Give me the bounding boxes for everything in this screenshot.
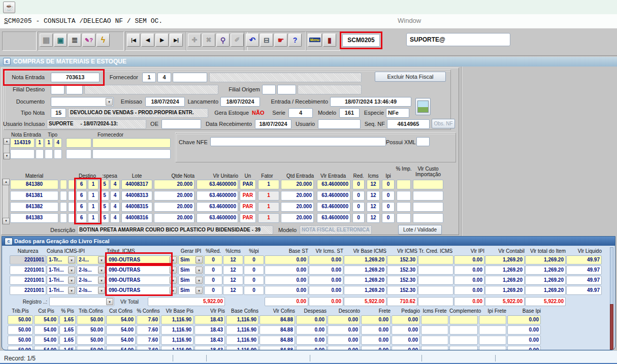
pis-cell[interactable] — [479, 336, 506, 345]
fiscal-cell[interactable] — [418, 286, 453, 295]
scroll-up-icon[interactable]: ▲ — [3, 179, 10, 185]
pis-cell[interactable]: 84.88 — [259, 325, 295, 335]
materials-cell[interactable]: 63.4600000 — [197, 213, 238, 223]
fiscal-cell[interactable]: 0.00 — [309, 276, 343, 285]
materials-cell[interactable]: 4 — [110, 202, 120, 212]
fiscal-dropdown[interactable]: 1-Tri...▼ — [47, 266, 76, 275]
fiscal-dropdown[interactable]: 1-Tri...▼ — [47, 286, 76, 295]
materials-cell[interactable] — [60, 202, 67, 212]
materials-cell[interactable]: 841383 — [10, 213, 58, 223]
chevron-down-icon[interactable]: ▼ — [98, 287, 105, 294]
fiscal-cell[interactable]: 0.00 — [454, 266, 484, 275]
pis-cell[interactable]: 0.00 — [296, 336, 327, 345]
pis-cell[interactable] — [479, 325, 506, 335]
fiscal-cell[interactable]: 2201001 — [10, 276, 46, 285]
chevron-down-icon[interactable]: ▼ — [196, 277, 203, 284]
pis-cell[interactable]: 0.00 — [328, 325, 360, 335]
fiscal-cell[interactable]: 1,269.20 — [485, 286, 525, 295]
pis-cell[interactable]: 54.00 — [34, 336, 58, 345]
materials-cell[interactable]: 0 — [382, 191, 395, 201]
pis-cell[interactable]: 50.00 — [77, 325, 105, 335]
pis-cell[interactable]: 18.43 — [194, 346, 225, 350]
chevron-down-icon[interactable]: ▼ — [98, 277, 105, 284]
fiscal-cell[interactable]: 49.97 — [566, 255, 602, 264]
pis-cell[interactable] — [449, 325, 478, 335]
fiscal-cell[interactable]: 12 — [223, 255, 243, 264]
pis-cell[interactable]: 0.00 — [361, 336, 391, 345]
fiscal-dropdown[interactable]: 2-l...▼ — [77, 255, 106, 264]
fiscal-cell[interactable]: 0.00 — [309, 286, 343, 295]
fiscal-cell[interactable]: 0.00 — [265, 276, 308, 285]
materials-cell[interactable]: 0 — [382, 180, 395, 189]
pis-cell[interactable]: 7.60 — [137, 346, 160, 350]
fiscal-cell[interactable] — [418, 266, 453, 275]
materials-cell[interactable]: PAR — [240, 180, 256, 189]
materials-cell[interactable]: PAR — [240, 202, 256, 212]
fiscal-cell[interactable]: 49.97 — [566, 266, 602, 275]
fiscal-dropdown[interactable]: Sim▼ — [178, 255, 204, 264]
materials-cell[interactable]: 20.000 — [281, 202, 314, 212]
pis-cell[interactable]: 18.43 — [194, 315, 225, 324]
fiscal-cell[interactable]: 0 — [204, 266, 222, 275]
pis-cell[interactable]: 50.00 — [8, 315, 33, 324]
pis-cell[interactable]: 1,116.90 — [161, 336, 193, 345]
materials-cell[interactable] — [397, 202, 411, 212]
chevron-down-icon[interactable]: ▼ — [98, 256, 105, 263]
materials-cell[interactable]: 841381 — [10, 191, 58, 201]
materials-cell[interactable]: 63.4600000 — [197, 191, 238, 201]
materials-cell[interactable] — [397, 191, 411, 201]
chevron-down-icon[interactable]: ▼ — [106, 298, 113, 305]
materials-cell[interactable]: 63.4600000 — [197, 180, 238, 189]
fiscal-dropdown[interactable]: 1-Tri...▼ — [47, 276, 76, 285]
chevron-down-icon[interactable]: ▼ — [196, 267, 203, 274]
pis-cell[interactable]: 1.65 — [59, 325, 76, 335]
pis-cell[interactable]: 0.00 — [392, 336, 420, 345]
pis-cell[interactable] — [421, 315, 448, 324]
materials-cell[interactable] — [60, 191, 67, 201]
materials-cell[interactable]: 841382 — [10, 202, 58, 212]
materials-cell[interactable]: 20.000 — [154, 213, 194, 223]
pis-cell[interactable]: 84.88 — [259, 346, 295, 350]
fiscal-cell[interactable]: 152.30 — [387, 286, 417, 295]
pis-cell[interactable]: 1,116.90 — [226, 336, 258, 345]
fiscal-dropdown[interactable]: 2-ls...▼ — [77, 276, 106, 285]
fiscal-cell[interactable]: 2201001 — [10, 286, 46, 295]
pis-cell[interactable]: 0.00 — [392, 325, 420, 335]
pis-cell[interactable] — [421, 325, 448, 335]
fiscal-cell[interactable]: 0 — [244, 286, 264, 295]
materials-cell[interactable]: 4 — [110, 213, 120, 223]
lote-validade-button[interactable]: Lote / Validade — [398, 225, 442, 235]
materials-cell[interactable] — [413, 213, 443, 223]
materials-cell[interactable] — [413, 191, 443, 201]
pis-cell[interactable]: 0.00 — [296, 315, 327, 324]
pis-cell[interactable] — [479, 315, 506, 324]
pis-cell[interactable]: 50.00 — [8, 336, 33, 345]
materials-cell[interactable]: 44008316 — [121, 213, 152, 223]
fiscal-cell[interactable]: 0 — [244, 266, 264, 275]
chevron-down-icon[interactable]: ▼ — [196, 287, 203, 294]
materials-cell[interactable]: 20.000 — [154, 180, 194, 189]
pis-cell[interactable]: 0.00 — [296, 346, 327, 350]
materials-cell[interactable]: 63.4600000 — [197, 202, 238, 212]
fiscal-cell[interactable]: 49.97 — [566, 286, 602, 295]
pis-cell[interactable]: 1,116.90 — [226, 315, 258, 324]
pis-cell[interactable]: 1,116.90 — [161, 315, 193, 324]
pis-cell[interactable]: 7.60 — [137, 336, 160, 345]
fiscal-cell[interactable]: 152.30 — [387, 276, 417, 285]
materials-cell[interactable]: 63.4600000 — [317, 191, 350, 201]
materials-cell[interactable]: 1 — [258, 213, 279, 223]
materials-cell[interactable] — [413, 180, 443, 189]
pis-cell[interactable]: 0.00 — [328, 315, 360, 324]
pis-cell[interactable]: 7.60 — [137, 315, 160, 324]
pis-cell[interactable]: 54.00 — [106, 346, 136, 350]
pis-cell[interactable]: 0.00 — [507, 346, 541, 350]
fiscal-cell[interactable]: 1,269.20 — [525, 255, 566, 264]
chevron-down-icon[interactable]: ▼ — [98, 267, 105, 274]
pis-cell[interactable]: 54.00 — [34, 346, 58, 350]
materials-cell[interactable] — [397, 180, 411, 189]
scroll-down-icon[interactable]: ▼ — [3, 218, 10, 224]
pis-cell[interactable]: 7.60 — [137, 325, 160, 335]
fiscal-cell[interactable]: 0.00 — [265, 266, 308, 275]
materials-cell[interactable]: 12 — [367, 191, 380, 201]
materials-cell[interactable]: 20.000 — [281, 213, 314, 223]
